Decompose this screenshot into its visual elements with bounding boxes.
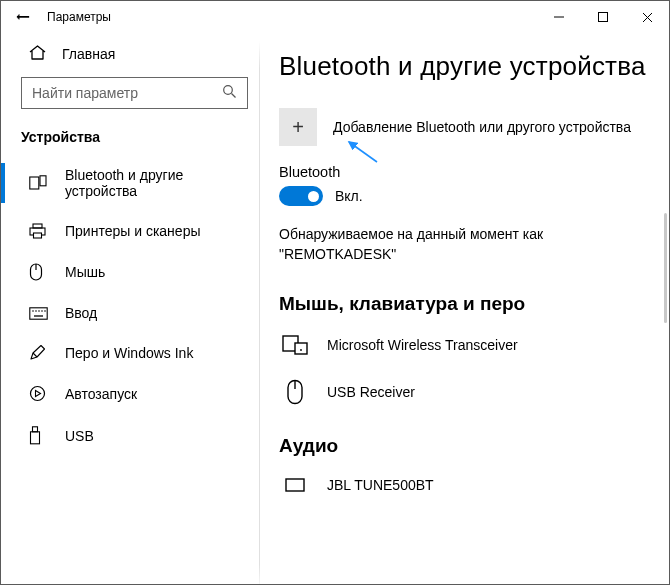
printer-icon <box>29 223 47 239</box>
pen-icon <box>29 345 47 361</box>
search-input[interactable]: Найти параметр <box>21 77 248 109</box>
svg-rect-10 <box>34 233 42 238</box>
svg-point-16 <box>38 310 40 312</box>
svg-rect-23 <box>31 432 40 444</box>
sidebar-item-label: Принтеры и сканеры <box>65 223 200 239</box>
group-title-mouse: Мышь, клавиатура и перо <box>279 293 659 315</box>
annotation-arrow-icon <box>343 138 381 166</box>
back-button[interactable]: 🠔 <box>9 9 37 25</box>
bluetooth-toggle[interactable] <box>279 186 323 206</box>
discoverable-text: Обнаруживаемое на данный момент как "REM… <box>279 224 599 265</box>
device-jbl[interactable]: JBL TUNE500BT <box>279 469 659 493</box>
svg-point-14 <box>32 310 34 312</box>
sidebar-item-pen[interactable]: Перо и Windows Ink <box>1 333 260 373</box>
svg-rect-8 <box>33 224 42 228</box>
scrollbar-thumb[interactable] <box>664 213 667 323</box>
mouse-device-icon <box>281 379 309 405</box>
sidebar-item-label: Ввод <box>65 305 97 321</box>
main-panel: Bluetooth и другие устройства + Добавлен… <box>261 33 669 584</box>
sidebar-item-bluetooth[interactable]: Bluetooth и другие устройства <box>1 155 260 211</box>
svg-line-5 <box>232 94 236 98</box>
sidebar: Главная Найти параметр Устройства Blueto… <box>1 33 261 584</box>
home-label: Главная <box>62 46 115 62</box>
group-title-audio: Аудио <box>279 435 659 457</box>
minimize-button[interactable] <box>537 1 581 33</box>
sidebar-item-autoplay[interactable]: Автозапуск <box>1 373 260 414</box>
plus-icon: + <box>292 116 304 139</box>
sidebar-item-typing[interactable]: Ввод <box>1 293 260 333</box>
search-icon <box>222 84 237 102</box>
device-label: Microsoft Wireless Transceiver <box>327 337 518 353</box>
svg-point-18 <box>44 310 46 312</box>
bluetooth-label: Bluetooth <box>279 164 659 180</box>
maximize-button[interactable] <box>581 1 625 33</box>
svg-rect-22 <box>33 427 38 432</box>
search-placeholder: Найти параметр <box>32 85 138 101</box>
devices-icon <box>29 175 47 191</box>
audio-device-icon <box>281 478 309 492</box>
svg-point-21 <box>31 387 45 401</box>
sidebar-item-label: Перо и Windows Ink <box>65 345 193 361</box>
svg-point-27 <box>300 349 302 351</box>
device-label: JBL TUNE500BT <box>327 477 434 493</box>
svg-line-24 <box>349 142 377 162</box>
svg-point-15 <box>35 310 37 312</box>
device-usb-receiver[interactable]: USB Receiver <box>279 371 659 421</box>
svg-rect-7 <box>40 176 46 186</box>
sidebar-section-title: Устройства <box>1 119 260 155</box>
bluetooth-toggle-state: Вкл. <box>335 188 363 204</box>
sidebar-item-label: Bluetooth и другие устройства <box>65 167 252 199</box>
svg-point-17 <box>41 310 43 312</box>
sidebar-item-usb[interactable]: USB <box>1 414 260 457</box>
home-icon <box>29 45 46 63</box>
home-link[interactable]: Главная <box>1 33 260 71</box>
sidebar-item-label: Мышь <box>65 264 105 280</box>
svg-rect-1 <box>599 13 608 22</box>
page-title: Bluetooth и другие устройства <box>279 51 659 82</box>
sidebar-item-label: USB <box>65 428 94 444</box>
sidebar-item-mouse[interactable]: Мышь <box>1 251 260 293</box>
svg-rect-30 <box>286 479 304 491</box>
sidebar-item-printers[interactable]: Принтеры и сканеры <box>1 211 260 251</box>
svg-rect-6 <box>30 177 39 189</box>
keyboard-icon <box>29 307 47 320</box>
transceiver-icon <box>281 335 309 355</box>
sidebar-item-label: Автозапуск <box>65 386 137 402</box>
add-device-button[interactable]: + <box>279 108 317 146</box>
usb-icon <box>29 426 47 445</box>
device-transceiver[interactable]: Microsoft Wireless Transceiver <box>279 327 659 371</box>
device-label: USB Receiver <box>327 384 415 400</box>
window-title: Параметры <box>47 10 111 24</box>
svg-rect-13 <box>30 307 47 318</box>
close-button[interactable] <box>625 1 669 33</box>
titlebar: 🠔 Параметры <box>1 1 669 33</box>
autoplay-icon <box>29 385 47 402</box>
add-device-label[interactable]: Добавление Bluetooth или другого устройс… <box>333 119 631 135</box>
svg-point-4 <box>224 86 233 95</box>
mouse-icon <box>29 263 47 281</box>
svg-rect-26 <box>295 343 307 354</box>
svg-line-20 <box>33 353 37 357</box>
